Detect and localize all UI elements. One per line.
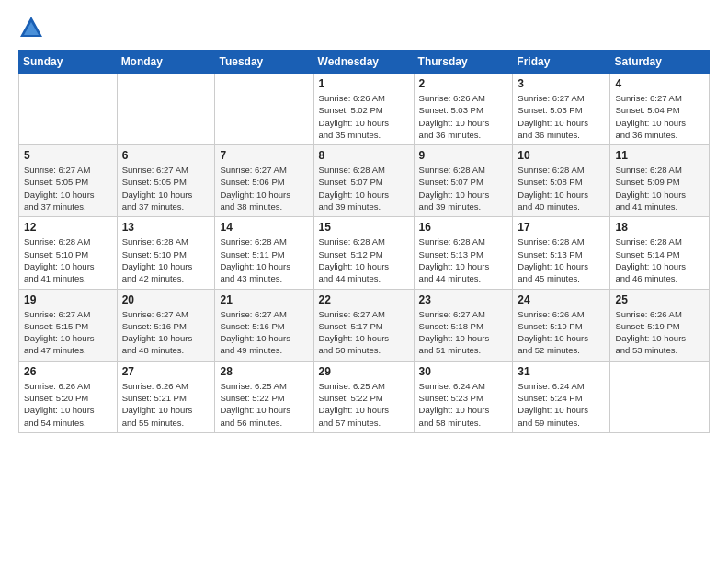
calendar-cell: 2Sunrise: 6:26 AM Sunset: 5:03 PM Daylig…: [414, 74, 513, 145]
day-number: 25: [615, 293, 704, 306]
day-info: Sunrise: 6:24 AM Sunset: 5:23 PM Dayligh…: [419, 380, 508, 429]
day-info: Sunrise: 6:27 AM Sunset: 5:03 PM Dayligh…: [518, 92, 605, 141]
calendar-cell: 9Sunrise: 6:28 AM Sunset: 5:07 PM Daylig…: [414, 145, 513, 217]
day-number: 14: [220, 221, 308, 234]
day-number: 17: [518, 221, 605, 234]
day-number: 19: [24, 293, 112, 306]
calendar-cell: 18Sunrise: 6:28 AM Sunset: 5:14 PM Dayli…: [610, 217, 710, 289]
day-number: 16: [419, 221, 508, 234]
calendar-cell: 8Sunrise: 6:28 AM Sunset: 5:07 PM Daylig…: [313, 145, 414, 217]
day-number: 28: [220, 365, 308, 378]
day-number: 7: [220, 149, 308, 162]
day-info: Sunrise: 6:26 AM Sunset: 5:20 PM Dayligh…: [24, 380, 112, 429]
day-info: Sunrise: 6:28 AM Sunset: 5:10 PM Dayligh…: [122, 236, 210, 284]
day-number: 22: [319, 293, 409, 306]
calendar-cell: 24Sunrise: 6:26 AM Sunset: 5:19 PM Dayli…: [513, 289, 610, 361]
day-info: Sunrise: 6:26 AM Sunset: 5:03 PM Dayligh…: [419, 92, 508, 141]
calendar-cell: 10Sunrise: 6:28 AM Sunset: 5:08 PM Dayli…: [513, 145, 610, 217]
calendar-cell: 23Sunrise: 6:27 AM Sunset: 5:18 PM Dayli…: [414, 289, 513, 361]
day-number: 11: [615, 149, 704, 162]
calendar-cell: 4Sunrise: 6:27 AM Sunset: 5:04 PM Daylig…: [610, 74, 710, 145]
day-info: Sunrise: 6:27 AM Sunset: 5:04 PM Dayligh…: [615, 92, 704, 141]
calendar-cell: 16Sunrise: 6:28 AM Sunset: 5:13 PM Dayli…: [414, 217, 513, 289]
day-number: 30: [419, 365, 508, 378]
calendar-cell: 14Sunrise: 6:28 AM Sunset: 5:11 PM Dayli…: [215, 217, 313, 289]
day-info: Sunrise: 6:27 AM Sunset: 5:18 PM Dayligh…: [419, 308, 508, 357]
calendar-cell: 3Sunrise: 6:27 AM Sunset: 5:03 PM Daylig…: [513, 74, 610, 145]
day-info: Sunrise: 6:27 AM Sunset: 5:05 PM Dayligh…: [24, 164, 112, 213]
calendar-cell: [610, 361, 710, 432]
calendar-cell: 12Sunrise: 6:28 AM Sunset: 5:10 PM Dayli…: [19, 217, 118, 289]
calendar-cell: 25Sunrise: 6:26 AM Sunset: 5:19 PM Dayli…: [610, 289, 710, 361]
calendar-cell: [215, 74, 313, 145]
day-number: 12: [24, 221, 112, 234]
calendar-cell: 1Sunrise: 6:26 AM Sunset: 5:02 PM Daylig…: [313, 74, 414, 145]
day-info: Sunrise: 6:26 AM Sunset: 5:19 PM Dayligh…: [518, 308, 605, 357]
calendar-cell: 13Sunrise: 6:28 AM Sunset: 5:10 PM Dayli…: [117, 217, 215, 289]
day-number: 3: [518, 77, 605, 90]
day-info: Sunrise: 6:27 AM Sunset: 5:15 PM Dayligh…: [24, 308, 112, 357]
weekday-header-sunday: Sunday: [19, 51, 118, 74]
calendar-cell: 27Sunrise: 6:26 AM Sunset: 5:21 PM Dayli…: [117, 361, 215, 432]
day-number: 1: [319, 77, 409, 90]
weekday-header-tuesday: Tuesday: [215, 51, 313, 74]
calendar-cell: 30Sunrise: 6:24 AM Sunset: 5:23 PM Dayli…: [414, 361, 513, 432]
calendar-cell: 11Sunrise: 6:28 AM Sunset: 5:09 PM Dayli…: [610, 145, 710, 217]
header: [18, 15, 710, 40]
weekday-header-monday: Monday: [117, 51, 215, 74]
day-info: Sunrise: 6:28 AM Sunset: 5:14 PM Dayligh…: [615, 236, 704, 284]
day-number: 26: [24, 365, 112, 378]
day-info: Sunrise: 6:27 AM Sunset: 5:16 PM Dayligh…: [122, 308, 210, 357]
calendar-table: SundayMondayTuesdayWednesdayThursdayFrid…: [18, 50, 710, 433]
calendar-cell: 15Sunrise: 6:28 AM Sunset: 5:12 PM Dayli…: [313, 217, 414, 289]
day-number: 4: [615, 77, 704, 90]
day-info: Sunrise: 6:28 AM Sunset: 5:13 PM Dayligh…: [419, 236, 508, 284]
day-info: Sunrise: 6:28 AM Sunset: 5:07 PM Dayligh…: [419, 164, 508, 213]
day-info: Sunrise: 6:27 AM Sunset: 5:05 PM Dayligh…: [122, 164, 210, 213]
day-number: 31: [518, 365, 605, 378]
calendar-cell: [19, 74, 118, 145]
day-number: 5: [24, 149, 112, 162]
logo-icon: [18, 15, 44, 40]
day-info: Sunrise: 6:28 AM Sunset: 5:09 PM Dayligh…: [615, 164, 704, 213]
weekday-header-saturday: Saturday: [610, 51, 710, 74]
day-number: 29: [319, 365, 409, 378]
calendar-cell: 29Sunrise: 6:25 AM Sunset: 5:22 PM Dayli…: [313, 361, 414, 432]
calendar-cell: 21Sunrise: 6:27 AM Sunset: 5:16 PM Dayli…: [215, 289, 313, 361]
day-number: 2: [419, 77, 508, 90]
day-info: Sunrise: 6:24 AM Sunset: 5:24 PM Dayligh…: [518, 380, 605, 429]
day-number: 20: [122, 293, 210, 306]
calendar-week-5: 26Sunrise: 6:26 AM Sunset: 5:20 PM Dayli…: [19, 361, 710, 432]
day-info: Sunrise: 6:28 AM Sunset: 5:10 PM Dayligh…: [24, 236, 112, 284]
day-number: 13: [122, 221, 210, 234]
calendar-cell: 5Sunrise: 6:27 AM Sunset: 5:05 PM Daylig…: [19, 145, 118, 217]
calendar-cell: [117, 74, 215, 145]
calendar-cell: 31Sunrise: 6:24 AM Sunset: 5:24 PM Dayli…: [513, 361, 610, 432]
calendar-cell: 7Sunrise: 6:27 AM Sunset: 5:06 PM Daylig…: [215, 145, 313, 217]
weekday-header-row: SundayMondayTuesdayWednesdayThursdayFrid…: [19, 51, 710, 74]
day-number: 21: [220, 293, 308, 306]
day-number: 24: [518, 293, 605, 306]
day-info: Sunrise: 6:28 AM Sunset: 5:12 PM Dayligh…: [319, 236, 409, 284]
page: SundayMondayTuesdayWednesdayThursdayFrid…: [0, 0, 728, 563]
calendar-cell: 6Sunrise: 6:27 AM Sunset: 5:05 PM Daylig…: [117, 145, 215, 217]
calendar-week-1: 1Sunrise: 6:26 AM Sunset: 5:02 PM Daylig…: [19, 74, 710, 145]
day-info: Sunrise: 6:25 AM Sunset: 5:22 PM Dayligh…: [319, 380, 409, 429]
day-info: Sunrise: 6:26 AM Sunset: 5:02 PM Dayligh…: [319, 92, 409, 141]
day-number: 8: [319, 149, 409, 162]
day-info: Sunrise: 6:26 AM Sunset: 5:21 PM Dayligh…: [122, 380, 210, 429]
calendar-cell: 17Sunrise: 6:28 AM Sunset: 5:13 PM Dayli…: [513, 217, 610, 289]
day-info: Sunrise: 6:28 AM Sunset: 5:07 PM Dayligh…: [319, 164, 409, 213]
weekday-header-wednesday: Wednesday: [313, 51, 414, 74]
calendar-cell: 26Sunrise: 6:26 AM Sunset: 5:20 PM Dayli…: [19, 361, 118, 432]
day-info: Sunrise: 6:27 AM Sunset: 5:17 PM Dayligh…: [319, 308, 409, 357]
weekday-header-thursday: Thursday: [414, 51, 513, 74]
day-info: Sunrise: 6:26 AM Sunset: 5:19 PM Dayligh…: [615, 308, 704, 357]
calendar-cell: 19Sunrise: 6:27 AM Sunset: 5:15 PM Dayli…: [19, 289, 118, 361]
day-info: Sunrise: 6:25 AM Sunset: 5:22 PM Dayligh…: [220, 380, 308, 429]
calendar-week-2: 5Sunrise: 6:27 AM Sunset: 5:05 PM Daylig…: [19, 145, 710, 217]
day-number: 10: [518, 149, 605, 162]
day-number: 23: [419, 293, 508, 306]
logo: [18, 15, 48, 40]
day-number: 18: [615, 221, 704, 234]
